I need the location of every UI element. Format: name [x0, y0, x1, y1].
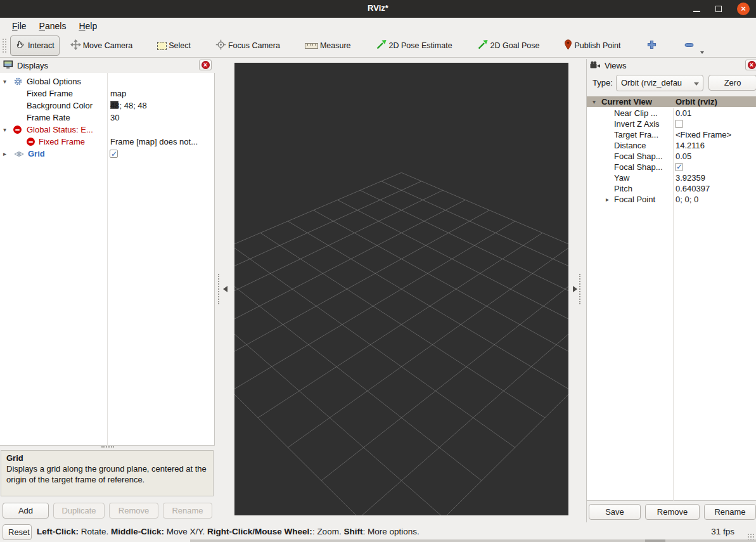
view-type-combobox[interactable]: Orbit (rviz_defau — [616, 75, 703, 91]
row-value[interactable]: 30 — [110, 112, 119, 124]
remove-button[interactable]: Remove — [109, 503, 158, 519]
duplicate-button[interactable]: Duplicate — [53, 503, 105, 519]
tree-row-yaw[interactable]: Yaw 3.92359 — [587, 172, 756, 183]
collapse-left-arrow-icon[interactable] — [223, 286, 227, 292]
rename-button[interactable]: Rename — [163, 503, 212, 519]
displays-buttons: Add Duplicate Remove Rename — [3, 503, 212, 519]
tool-move-camera[interactable]: Move Camera — [65, 35, 138, 56]
collapse-right-arrow-icon[interactable] — [573, 286, 577, 292]
3d-viewport[interactable] — [234, 63, 568, 515]
tree-row-distance[interactable]: Distance 14.2116 — [587, 140, 756, 151]
tool-interact[interactable]: Interact — [10, 35, 60, 56]
row-label: Background Color — [27, 100, 93, 112]
menu-panels[interactable]: Panels — [33, 19, 73, 33]
zero-button[interactable]: Zero — [708, 75, 756, 91]
collapse-icon[interactable]: ▾ — [593, 96, 596, 107]
window-title: RViz* — [0, 3, 756, 13]
tool-2d-goal-pose[interactable]: 2D Goal Pose — [472, 35, 545, 56]
maximize-icon[interactable] — [715, 6, 722, 12]
tree-row-fixed-frame-error[interactable]: Fixed Frame Frame [map] does not... — [0, 136, 214, 148]
tool-2d-pose-estimate[interactable]: 2D Pose Estimate — [371, 35, 458, 56]
views-panel-header[interactable]: Views × — [587, 59, 756, 72]
tree-row-global-status[interactable]: ▾ Global Status: E... — [0, 124, 214, 136]
tree-row-focal-shape-fixed[interactable]: Focal Shap... ✓ — [587, 162, 756, 172]
row-value[interactable]: 3.92359 — [676, 172, 705, 183]
splitter-dots[interactable] — [579, 274, 580, 304]
displays-panel: Displays × ▾ Global Options Fixed Frame … — [0, 59, 215, 522]
collapse-icon[interactable]: ▾ — [3, 75, 6, 87]
grid-enabled-checkbox[interactable]: ✓ — [110, 150, 118, 158]
displays-panel-header[interactable]: Displays × — [0, 59, 215, 72]
row-label: Focal Point — [614, 194, 655, 205]
plus-icon — [646, 39, 657, 52]
tree-row-pitch[interactable]: Pitch 0.640397 — [587, 183, 756, 194]
panel-title: Displays — [17, 61, 48, 70]
splitter-dots[interactable] — [218, 274, 219, 304]
close-icon[interactable]: × — [737, 3, 750, 15]
views-panel: Views × Type: Orbit (rviz_defau Zero ▾ C… — [586, 59, 756, 522]
tree-row-focal-shape-size[interactable]: Focal Shap... 0.05 — [587, 151, 756, 162]
add-tool-button[interactable] — [640, 35, 663, 56]
splitter-handle[interactable] — [101, 446, 114, 448]
tool-label: 2D Pose Estimate — [389, 41, 452, 50]
scrollbar-handle[interactable] — [645, 539, 665, 542]
tree-row-near-clip[interactable]: Near Clip ... 0.01 — [587, 108, 756, 119]
collapse-icon[interactable]: ▾ — [3, 124, 6, 136]
rename-button[interactable]: Rename — [704, 504, 756, 520]
row-value[interactable]: map — [110, 87, 126, 100]
bottom-scrollbar[interactable] — [190, 539, 756, 542]
tree-row-target-frame[interactable]: Target Fra... <Fixed Frame> — [587, 129, 756, 140]
displays-tree[interactable]: ▾ Global Options Fixed Frame map Backgro… — [0, 73, 215, 446]
tool-label: Focus Camera — [228, 41, 280, 50]
row-value[interactable]: <Fixed Frame> — [676, 129, 731, 140]
row-label: Frame Rate — [27, 112, 70, 124]
menu-help[interactable]: Help — [72, 19, 103, 33]
tool-select[interactable]: Select — [152, 37, 196, 54]
remove-button[interactable]: Remove — [645, 504, 700, 520]
tree-row-grid[interactable]: ▸ Grid ✓ — [0, 148, 214, 160]
monitor-icon — [3, 60, 13, 72]
row-value[interactable]: 0.640397 — [676, 183, 710, 194]
minimize-icon[interactable] — [693, 11, 700, 12]
titlebar[interactable]: RViz* × — [0, 0, 756, 18]
tree-row-current-view[interactable]: ▾ Current View Orbit (rviz) — [587, 96, 756, 107]
color-value: 48; 48; 48 — [110, 100, 147, 112]
tree-row-background-color[interactable]: Background Color 48; 48; 48 — [0, 100, 214, 112]
tree-row-fixed-frame[interactable]: Fixed Frame map — [0, 87, 214, 100]
close-panel-button[interactable]: × — [199, 60, 212, 70]
chevron-down-icon — [694, 82, 699, 86]
tree-row-global-options[interactable]: ▾ Global Options — [0, 75, 214, 87]
remove-tool-button[interactable] — [677, 37, 701, 54]
menubar: File Panels Help — [0, 18, 756, 34]
close-panel-button[interactable]: × — [745, 60, 756, 70]
menu-file[interactable]: File — [6, 19, 33, 33]
tool-publish-point[interactable]: Publish Point — [559, 35, 625, 56]
focal-shape-checkbox[interactable]: ✓ — [675, 163, 683, 171]
tool-focus-camera[interactable]: Focus Camera — [210, 35, 285, 56]
tree-row-invert-z-axis[interactable]: Invert Z Axis — [587, 119, 756, 129]
row-value: Frame [map] does not... — [110, 136, 198, 148]
chevron-down-icon[interactable] — [700, 51, 704, 54]
row-value[interactable]: 0.01 — [676, 108, 691, 119]
row-value[interactable]: 0.05 — [676, 151, 691, 162]
views-tree[interactable]: ▾ Current View Orbit (rviz) Near Clip ..… — [587, 96, 756, 501]
move-arrows-icon — [70, 39, 81, 52]
add-button[interactable]: Add — [3, 503, 49, 519]
tree-row-focal-point[interactable]: ▸ Focal Point 0; 0; 0 — [587, 194, 756, 205]
reset-button[interactable]: Reset — [3, 524, 32, 540]
crosshair-icon — [215, 39, 226, 52]
toolbar-drag-handle[interactable] — [2, 37, 6, 54]
description-text: Displays a grid along the ground plane, … — [6, 464, 208, 486]
tool-label: Publish Point — [574, 41, 620, 50]
invert-z-checkbox[interactable] — [675, 120, 683, 128]
green-arrow-icon — [376, 39, 387, 52]
save-button[interactable]: Save — [589, 504, 641, 520]
fps-counter: 31 fps — [711, 527, 734, 536]
expand-icon[interactable]: ▸ — [3, 148, 6, 160]
expand-icon[interactable]: ▸ — [606, 194, 609, 205]
tree-row-frame-rate[interactable]: Frame Rate 30 — [0, 112, 214, 124]
tool-measure[interactable]: Measure — [300, 37, 356, 54]
toolbar: Interact Move Camera Select Focus Camera… — [0, 34, 756, 58]
row-value[interactable]: 0; 0; 0 — [676, 194, 698, 205]
row-value[interactable]: 14.2116 — [676, 140, 705, 151]
